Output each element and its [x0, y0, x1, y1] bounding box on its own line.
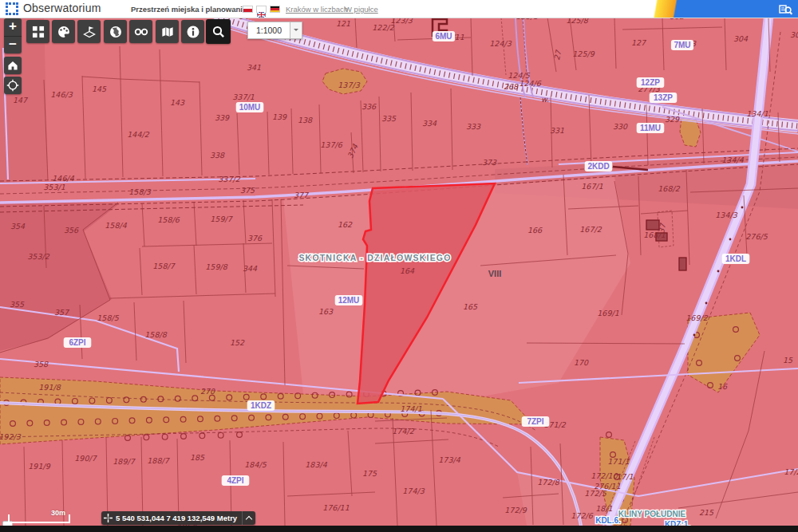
parcel-label: 15 [783, 356, 793, 365]
share-link-button[interactable] [129, 20, 152, 43]
globe-icon [109, 25, 122, 38]
parcel-label: 335 [381, 114, 397, 123]
zone-badge: 1KDL [722, 254, 750, 264]
parcel-label: 147 [13, 96, 28, 104]
parcel-label: 270 [200, 387, 215, 396]
theme-palette-button[interactable] [52, 20, 75, 43]
zone-badge: 12ZP [637, 77, 665, 88]
bottom-bar [0, 526, 798, 532]
app-title: Obserwatorium [23, 2, 101, 14]
district-label: VIII [488, 269, 502, 278]
parcel-label: 171/1 [607, 457, 629, 466]
parcel-label: 159/7 [210, 215, 232, 223]
parcel-label: 30 [790, 30, 798, 39]
zone-badge: 1KDZ [247, 400, 275, 411]
ribbon-search-building-icon[interactable] [779, 2, 792, 15]
map-button[interactable] [156, 20, 179, 43]
corner-ribbon [638, 0, 798, 18]
parcel-label: 339 [215, 113, 230, 122]
scale-value[interactable]: 1:1000 [247, 22, 290, 39]
folded-map-icon [160, 26, 174, 37]
parcel-label: 377 [294, 191, 309, 199]
parcel-label: 146/3 [50, 90, 73, 99]
parcel-label: 174/3 [402, 487, 425, 495]
plan-area-label: KDL.6. [595, 516, 621, 525]
globe-button[interactable] [104, 20, 127, 43]
parcel-label: 169/1 [597, 309, 618, 317]
scale-bar-label: 30m [51, 509, 65, 517]
parcel-label: 158/3 [128, 187, 151, 196]
link-icon [134, 27, 148, 37]
parcel-label: 172/6 [571, 511, 593, 520]
parcel-label: 331 [550, 126, 564, 135]
map-canvas[interactable]: 94269121122/2123/3123/11125/1125/8302124… [0, 18, 798, 532]
parcel-label: 191/8 [38, 383, 61, 392]
coordinates-crosshair-icon [101, 511, 115, 526]
geolocate-button[interactable] [4, 77, 22, 94]
parcel-label: 353/2 [27, 252, 49, 261]
link-w-pigulce[interactable]: W pigułce [345, 5, 378, 14]
street-name-label: SKOTNICKA - DZIAŁOWSKIEGO [298, 253, 451, 262]
parcel-label: 127 [631, 38, 646, 47]
svg-text:10MU: 10MU [239, 103, 261, 112]
zone-badge: 4ZPI [222, 475, 250, 486]
parcel-label: 338 [210, 151, 225, 160]
svg-text:1KDL: 1KDL [725, 254, 746, 263]
zoom-in-button[interactable]: + [4, 18, 22, 36]
parcel-label: 123/3 [390, 18, 413, 25]
zone-badge: 10MU [236, 102, 264, 112]
parcel-label: 152 [230, 338, 245, 347]
parcel-label: 337/1 [232, 93, 254, 101]
select-layer-button[interactable] [77, 20, 101, 43]
parcel-label: 189/7 [113, 457, 135, 466]
parcel-label: 353/1 [43, 183, 65, 191]
zone-badge: 2KDD [585, 161, 613, 171]
info-button[interactable] [181, 20, 204, 43]
search-button[interactable] [206, 19, 231, 44]
parcel-label: 124/6 [519, 79, 541, 88]
parcel-label: 144/2 [127, 130, 149, 139]
link-krakow-w-liczbach[interactable]: Kraków w liczbach [286, 5, 348, 14]
svg-text:1KDZ: 1KDZ [251, 401, 271, 410]
info-icon [186, 25, 200, 38]
parcel-label: 125/9 [572, 49, 595, 58]
parcel-label: 172/8 [537, 478, 559, 487]
parcel-label: 175 [362, 469, 377, 478]
parcel-label: 337/2 [218, 175, 240, 183]
parcel-label: 191/9 [28, 462, 50, 471]
coordinates-collapse-button[interactable] [242, 511, 255, 525]
parcel-label: 165 [463, 302, 478, 311]
parcel-label: 336 [361, 102, 377, 111]
zoom-out-button[interactable]: − [4, 36, 22, 54]
parcel-label: 334 [422, 119, 437, 128]
flag-poland-icon[interactable] [243, 6, 253, 13]
search-icon [211, 25, 225, 38]
parcel-label: 170 [574, 358, 589, 367]
svg-text:7ZPI: 7ZPI [527, 417, 543, 426]
parcel-label: 190/7 [74, 454, 97, 463]
parcel-label: 121 [336, 19, 350, 28]
parcel-label: 163 [318, 307, 334, 316]
parcel-label: 143 [170, 98, 185, 107]
parcel-label: 276/5 [745, 232, 768, 241]
parcel-label: 16 [717, 382, 728, 391]
svg-text:12ZP: 12ZP [641, 78, 660, 87]
parcel-label: 184/5 [244, 460, 267, 469]
parcel-label: 329 [665, 115, 680, 124]
parcel-label: 357 [54, 308, 69, 317]
svg-text:7MU: 7MU [674, 41, 690, 49]
flag-uk-icon[interactable] [256, 6, 267, 13]
palette-icon [57, 25, 70, 38]
parcel-label: 164 [400, 266, 415, 275]
parcel-label: 125/8 [566, 18, 588, 25]
parcel-label: 333 [466, 122, 481, 131]
svg-text:13ZP: 13ZP [654, 93, 673, 102]
parcel-label: 134/4 [721, 156, 744, 164]
parcel-label: 145 [92, 85, 107, 93]
flag-germany-icon[interactable] [270, 6, 280, 13]
crosshair-circle-icon [7, 80, 19, 92]
scale-dropdown-arrow[interactable] [290, 22, 302, 39]
basemap-grid-button[interactable] [26, 20, 49, 43]
home-extent-button[interactable] [4, 57, 22, 74]
parcel-label: 134/1 [746, 109, 768, 118]
